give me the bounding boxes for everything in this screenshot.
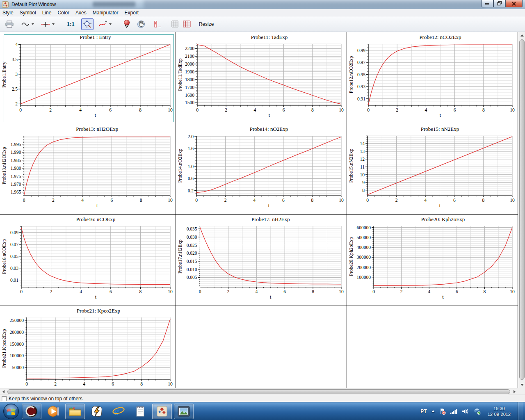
taskbar-app-comodo[interactable] [22, 404, 41, 419]
horizontal-scroll-thumb[interactable] [7, 389, 510, 394]
plot-cell-10[interactable]: 500001000001500002000002500000246810Prob… [0, 306, 175, 388]
scroll-left-button[interactable] [0, 388, 7, 395]
hidden-icons-chevron[interactable] [431, 410, 435, 412]
taskbar-app-winamp[interactable] [87, 404, 107, 419]
svg-text:2: 2 [52, 198, 55, 203]
line-style-button[interactable] [20, 18, 35, 30]
plot-cell-9[interactable]: 1000002000003000004000005000006000000246… [347, 215, 517, 305]
taskbar-app-notepad[interactable] [130, 404, 150, 419]
menu-style[interactable]: Style [2, 10, 14, 16]
grid-fine-toggle-button[interactable] [182, 18, 192, 30]
resize-button[interactable]: Resize [198, 18, 215, 30]
plot-cell-3[interactable]: 0.910.930.950.970.990246810Probe12: nCO2… [347, 32, 517, 123]
svg-text:8: 8 [311, 198, 314, 203]
printer-icon [5, 21, 14, 28]
keep-on-top-checkbox[interactable] [2, 396, 7, 401]
symbol-style-button[interactable] [39, 18, 56, 30]
plot-cell-6[interactable]: 8910111213140246810Probe15: nN2ExptProbe… [347, 124, 517, 214]
comodo-dragon-icon [25, 405, 38, 418]
svg-text:1800: 1800 [185, 77, 194, 82]
grid-gray-icon [171, 21, 178, 27]
scroll-down-icon [520, 384, 524, 386]
svg-text:2.0: 2.0 [188, 134, 194, 139]
status-bar: Keep this window on top of others [0, 395, 525, 402]
network-signal-icon[interactable] [450, 409, 457, 414]
svg-text:3: 3 [15, 72, 18, 77]
one-to-one-button[interactable]: 1:1 [66, 18, 76, 30]
plot-cell-1[interactable]: 22.533.540246810Probe1 : EntrytProbe1.En… [0, 32, 175, 123]
action-center-flag-icon[interactable] [439, 408, 446, 415]
svg-text:0: 0 [372, 289, 375, 294]
plot-canvas-7[interactable]: 0.010.030.050.070.090246810Probe16: nCOE… [0, 215, 175, 305]
start-button[interactable] [2, 403, 20, 420]
scroll-up-button[interactable] [518, 32, 525, 39]
scale-button[interactable] [153, 18, 163, 30]
menu-manipulator[interactable]: Manipulator [93, 10, 119, 16]
svg-text:t: t [95, 294, 97, 300]
plot-area: 22.533.540246810Probe1 : EntrytProbe1.En… [0, 32, 525, 395]
grid-toggle-button[interactable] [170, 18, 180, 30]
plot-cell-7[interactable]: 0.010.030.050.070.090246810Probe16: nCOE… [0, 215, 175, 305]
title-bar[interactable]: Default Plot Window [0, 0, 525, 9]
zoom-crosshair-icon [83, 20, 92, 29]
taskbar-app-media-player[interactable] [43, 404, 63, 419]
add-curve-button[interactable] [97, 18, 113, 30]
plot-canvas-5[interactable]: 0.20.61.01.62.00246810Probe14: nO2ExptPr… [176, 124, 346, 214]
plot-cell-5[interactable]: 0.20.61.01.62.00246810Probe14: nO2ExptPr… [176, 124, 346, 214]
minimize-button[interactable] [482, 0, 493, 7]
menu-symbol[interactable]: Symbol [20, 10, 36, 16]
svg-text:0: 0 [195, 198, 198, 203]
vertical-scrollbar[interactable] [518, 32, 525, 388]
close-button[interactable] [505, 0, 523, 7]
menu-line[interactable]: Line [42, 10, 52, 16]
menu-color[interactable]: Color [57, 10, 69, 16]
plot-canvas-3[interactable]: 0.910.930.950.970.990246810Probe12: nCO2… [347, 32, 517, 123]
plot-cell-8[interactable]: 0.0050.0100.0150.0200.0250.0300.03502468… [176, 215, 346, 305]
svg-text:500000: 500000 [357, 235, 371, 240]
svg-text:4: 4 [428, 289, 430, 294]
plot-cell-2[interactable]: 150016001700180019002000210022000246810P… [176, 32, 346, 123]
volume-icon[interactable] [462, 408, 469, 415]
svg-text:0: 0 [19, 107, 22, 112]
menu-export[interactable]: Export [124, 10, 139, 16]
language-indicator[interactable]: PT [420, 409, 427, 414]
horizontal-scrollbar[interactable] [0, 388, 518, 395]
taskbar-app-internet-explorer[interactable]: e [109, 404, 128, 419]
windows-start-icon [3, 403, 19, 420]
svg-text:2: 2 [225, 107, 227, 112]
plots-grid: 22.533.540246810Probe1 : EntrytProbe1.En… [0, 32, 518, 388]
taskbar-app-image-viewer[interactable] [174, 404, 194, 419]
plot-canvas-10[interactable]: 500001000001500002000002500000246810Prob… [0, 306, 175, 388]
taskbar-app-plot-window[interactable] [152, 404, 172, 419]
dropbox-icon[interactable] [473, 408, 481, 415]
svg-text:2: 2 [54, 381, 57, 386]
plot-canvas-9[interactable]: 1000002000003000004000005000006000000246… [347, 215, 517, 305]
plot-cell-4[interactable]: 1.9651.9701.9751.9801.9851.9901.99502468… [0, 124, 175, 214]
symbol-style-dropdown-arrow[interactable] [52, 23, 55, 25]
line-style-dropdown-arrow[interactable] [32, 23, 34, 25]
svg-text:0.91: 0.91 [357, 96, 365, 101]
svg-text:10: 10 [168, 107, 173, 112]
svg-text:0: 0 [199, 289, 201, 294]
taskbar-app-explorer[interactable] [65, 404, 85, 419]
plot-canvas-1[interactable]: 22.533.540246810Probe1 : EntrytProbe1.En… [0, 32, 175, 123]
plot-canvas-2[interactable]: 150016001700180019002000210022000246810P… [176, 32, 346, 123]
svg-text:0: 0 [367, 107, 370, 112]
print-button[interactable] [4, 18, 15, 30]
taskbar-clock[interactable]: 19:30 12-09-2012 [485, 406, 513, 417]
zoom-button[interactable] [81, 18, 94, 30]
add-curve-dropdown-arrow[interactable] [109, 23, 112, 25]
show-desktop-button[interactable] [518, 402, 523, 420]
pan-button[interactable] [136, 18, 147, 30]
restore-button[interactable] [493, 0, 505, 7]
drop-marker-button[interactable] [122, 18, 132, 30]
symbol-style-icon [41, 21, 50, 27]
svg-text:2100: 2100 [185, 54, 194, 59]
scroll-down-button[interactable] [518, 381, 525, 388]
plot-canvas-4[interactable]: 1.9651.9701.9751.9801.9851.9901.99502468… [0, 124, 175, 214]
scroll-right-button[interactable] [511, 388, 518, 395]
plot-canvas-6[interactable]: 8910111213140246810Probe15: nN2ExptProbe… [347, 124, 517, 214]
plot-canvas-8[interactable]: 0.0050.0100.0150.0200.0250.0300.03502468… [176, 215, 346, 305]
vertical-scroll-thumb[interactable] [519, 39, 525, 380]
menu-axes[interactable]: Axes [75, 10, 87, 16]
